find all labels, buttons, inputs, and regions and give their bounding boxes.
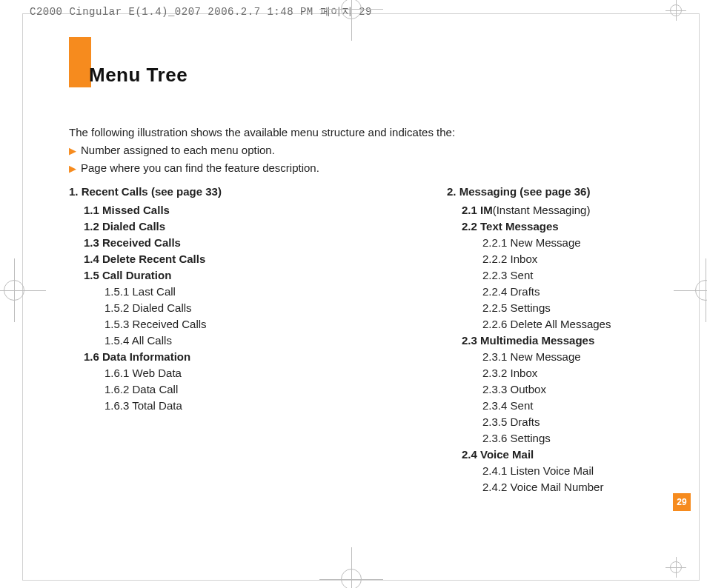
imposition-header: C2000 Cingular E(1.4)_0207 2006.2.7 1:48… bbox=[30, 5, 372, 19]
intro-bullet: ▶ Page where you can find the feature de… bbox=[69, 160, 632, 176]
intro-text: The following illustration shows the ava… bbox=[69, 124, 632, 141]
intro-bullet-text: Number assigned to each menu option. bbox=[81, 142, 275, 158]
menu-item-level3: 2.2.1 New Message bbox=[482, 235, 707, 251]
menu-item-level2: 1.4 Delete Recent Calls bbox=[84, 251, 336, 267]
menu-item-level3: 1.6.2 Data Call bbox=[104, 381, 336, 398]
menu-item-level2: 1.6 Data Information bbox=[84, 349, 336, 365]
menu-item-level2: 2.2 Text Messages bbox=[462, 218, 707, 235]
menu-column-right: 2. Messaging (see page 36) 2.1 IM(Instan… bbox=[447, 185, 707, 495]
menu-section-heading: 2. Messaging (see page 36) bbox=[447, 185, 707, 198]
registration-mark-icon bbox=[670, 4, 682, 16]
menu-item-level3: 1.5.2 Dialed Calls bbox=[104, 300, 336, 316]
menu-columns: 1. Recent Calls (see page 33) 1.1 Missed… bbox=[69, 185, 707, 495]
menu-item-level3: 1.5.3 Received Calls bbox=[104, 316, 336, 333]
page-number-badge: 29 bbox=[673, 493, 691, 511]
menu-item-level3: 2.2.4 Drafts bbox=[482, 284, 707, 300]
menu-item-level3: 1.5.4 All Calls bbox=[104, 333, 336, 349]
menu-item-level2: 2.4 Voice Mail bbox=[462, 447, 707, 463]
intro-block: The following illustration shows the ava… bbox=[69, 124, 632, 176]
menu-item-level3: 2.2.2 Inbox bbox=[482, 251, 707, 267]
menu-item-level2: 2.3 Multimedia Messages bbox=[462, 333, 707, 349]
menu-item-level3: 2.3.1 New Message bbox=[482, 349, 707, 365]
menu-item-level3: 2.3.2 Inbox bbox=[482, 365, 707, 381]
menu-item-level2: 1.3 Received Calls bbox=[84, 235, 336, 251]
menu-item-level3: 2.2.5 Settings bbox=[482, 300, 707, 316]
menu-item-paren: (Instant Messaging) bbox=[493, 204, 591, 216]
menu-item-level2: 2.1 IM(Instant Messaging) bbox=[462, 202, 707, 218]
menu-item-level2: 1.5 Call Duration bbox=[84, 267, 336, 284]
menu-item-level2: 1.1 Missed Calls bbox=[84, 202, 336, 218]
menu-item-level3: 2.2.6 Delete All Messages bbox=[482, 316, 707, 333]
menu-column-left: 1. Recent Calls (see page 33) 1.1 Missed… bbox=[69, 185, 336, 495]
menu-item-level2: 1.2 Dialed Calls bbox=[84, 218, 336, 235]
menu-item-level3: 2.3.6 Settings bbox=[482, 430, 707, 447]
registration-mark-icon bbox=[670, 561, 682, 573]
page-number: 29 bbox=[677, 497, 686, 507]
registration-mark-icon bbox=[4, 280, 24, 301]
triangle-right-icon: ▶ bbox=[69, 164, 76, 173]
intro-bullet: ▶ Number assigned to each menu option. bbox=[69, 142, 632, 158]
title-accent-block bbox=[69, 37, 91, 87]
triangle-right-icon: ▶ bbox=[69, 146, 76, 156]
menu-item-level3: 2.4.1 Listen Voice Mail bbox=[482, 463, 707, 479]
menu-item-level3: 1.6.1 Web Data bbox=[104, 365, 336, 381]
intro-bullet-text: Page where you can find the feature desc… bbox=[81, 160, 319, 176]
page-title: Menu Tree bbox=[89, 64, 187, 87]
menu-item-level3: 2.3.4 Sent bbox=[482, 398, 707, 414]
menu-item-level3: 1.5.1 Last Call bbox=[104, 284, 336, 300]
registration-mark-icon bbox=[341, 569, 362, 588]
menu-section-heading: 1. Recent Calls (see page 33) bbox=[69, 185, 336, 198]
menu-item-level3: 2.3.3 Outbox bbox=[482, 381, 707, 398]
menu-item-level3: 2.3.5 Drafts bbox=[482, 414, 707, 430]
menu-item-level3: 2.2.3 Sent bbox=[482, 267, 707, 284]
menu-item-level3: 1.6.3 Total Data bbox=[104, 398, 336, 414]
